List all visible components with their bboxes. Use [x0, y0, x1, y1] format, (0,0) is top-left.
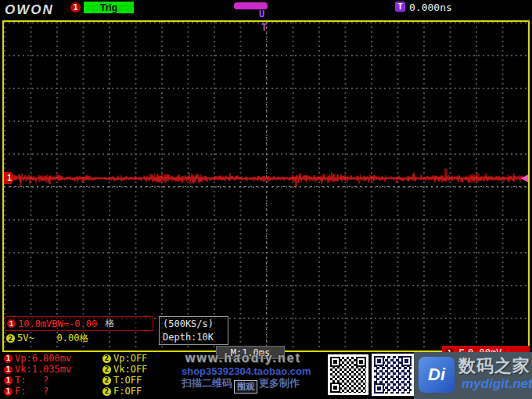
- qr-finder: [374, 383, 384, 394]
- acquisition-readout: (500KS/s) Depth:10K: [159, 316, 228, 345]
- watermark-scan-right: 更多制作: [259, 376, 300, 390]
- measurement-text: Vp:OFF: [113, 353, 147, 364]
- channel1-scale-readout: 1 10.0mVBW=-0.00 格: [5, 316, 153, 331]
- measurement-text: F:OFF: [113, 386, 142, 397]
- owon-logo: OWON: [5, 2, 54, 18]
- memory-window-pointer: U: [259, 9, 264, 20]
- qr-finder: [356, 357, 366, 367]
- watermark-taobao: shop35392304.taobao.com: [182, 365, 311, 377]
- channel2-badge: 2: [102, 354, 111, 363]
- qr-finder: [330, 383, 340, 393]
- ch2-vp-measurement: 2 Vp:OFF: [102, 353, 147, 364]
- graticule-area: T 1: [2, 20, 530, 352]
- qr-modules: [330, 357, 366, 393]
- measurement-text: Vk:OFF: [113, 364, 147, 375]
- qr-modules: [374, 356, 412, 394]
- ch1-frequency-measurement: 1 F: ?: [4, 386, 49, 397]
- channel2-badge: 2: [102, 365, 111, 374]
- qr-code-1: [328, 354, 368, 395]
- ch1-period-measurement: 1 T: ?: [4, 375, 49, 386]
- qr-finder: [330, 357, 340, 367]
- watermark-scan-line: 扫描二维码 围观 更多制作: [182, 376, 300, 394]
- channel1-badge: 1: [4, 354, 13, 363]
- watermark-scan-left: 扫描二维码: [182, 376, 232, 390]
- channel1-scale-unit: 格: [99, 317, 114, 330]
- ch2-period-measurement: 2 T:OFF: [102, 375, 142, 386]
- channel1-badge: 1: [4, 387, 13, 396]
- ch1-vp-measurement: 1 Vp:6.800mv: [4, 353, 71, 364]
- trigger-time-marker: T: [261, 22, 267, 33]
- trigger-level-arrow-icon: [521, 174, 528, 182]
- trigger-source-badge: 1: [70, 2, 81, 13]
- ch1-vk-measurement: 1 Vk:1.035mv: [4, 364, 71, 375]
- mydigit-site-name: 数码之家: [458, 354, 530, 378]
- watermark-stamp-badge: 围观: [234, 380, 257, 394]
- ch2-vk-measurement: 2 Vk:OFF: [102, 364, 147, 375]
- measurement-text: Vk:1.035mv: [15, 364, 71, 375]
- horizontal-offset-value: 0.000ns: [409, 2, 452, 13]
- channel2-scale-text: 5V~ 0.00格: [17, 332, 88, 345]
- qr-finder: [401, 356, 412, 366]
- channel2-scale-readout: 2 5V~ 0.00格: [5, 332, 88, 345]
- channel1-badge: 1: [7, 319, 16, 328]
- oscilloscope-screen: OWON 1 Trig U T 0.000ns T 1 1 10.0mVBW=-…: [0, 0, 532, 399]
- record-depth-text: Depth:10K: [163, 331, 225, 344]
- qr-code-2: [372, 354, 414, 396]
- measurement-text: T:OFF: [113, 375, 142, 386]
- trig-status-indicator: Trig: [84, 2, 134, 13]
- measurement-text: F: ?: [15, 386, 49, 397]
- mydigit-site-url: mydigit.net: [462, 376, 532, 392]
- ch2-frequency-measurement: 2 F:OFF: [102, 386, 142, 397]
- channel2-badge: 2: [6, 334, 15, 343]
- sample-rate-text: (500KS/s): [163, 318, 225, 331]
- measurement-text: Vp:6.800mv: [15, 353, 71, 364]
- horizontal-offset-badge: T: [395, 2, 405, 12]
- channel2-badge: 2: [102, 387, 111, 396]
- channel1-badge: 1: [4, 376, 13, 385]
- qr-finder: [374, 356, 384, 366]
- channel2-badge: 2: [102, 376, 111, 385]
- waveform-svg: [4, 22, 528, 350]
- mydigit-branding-panel: Di 数码之家 mydigit.net: [414, 352, 532, 399]
- channel1-scale-text: 10.0mVBW=-0.00: [18, 318, 97, 329]
- watermark-haodiy: www.haodiy.net: [185, 351, 301, 365]
- measurement-text: T: ?: [15, 375, 49, 386]
- mydigit-logo-icon: Di: [419, 357, 455, 393]
- channel1-badge: 1: [4, 365, 13, 374]
